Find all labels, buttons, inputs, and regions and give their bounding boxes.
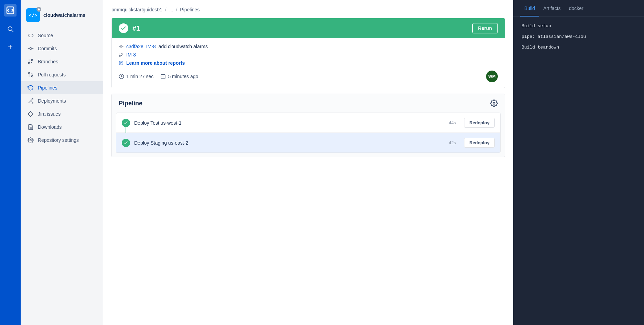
- svg-point-25: [122, 53, 123, 54]
- commit-icon: [119, 44, 124, 49]
- svg-point-13: [28, 72, 30, 74]
- sidebar-item-label: Source: [38, 33, 53, 38]
- pipeline-title: Pipeline: [119, 100, 142, 107]
- sidebar-item-jira-issues[interactable]: Jira issues: [21, 107, 103, 120]
- svg-point-36: [493, 102, 495, 104]
- branch-issue[interactable]: IM-8: [126, 52, 136, 57]
- sidebar-item-label: Downloads: [38, 124, 62, 130]
- step-item: Deploy Test us-west-1 44s Redeploy: [116, 113, 500, 133]
- lock-badge: [36, 7, 41, 12]
- rerun-button[interactable]: Rerun: [472, 23, 498, 33]
- clock-icon: [119, 74, 124, 79]
- log-line: pipe: atlassian/aws-clou: [522, 34, 636, 39]
- source-icon: [28, 32, 34, 39]
- step-duration: 42s: [449, 140, 456, 145]
- sidebar-item-deployments[interactable]: Deployments: [21, 94, 103, 107]
- svg-rect-5: [38, 9, 40, 10]
- commit-line: c3dfa2e IM-8 add cloudwatch alarms: [119, 44, 208, 49]
- pull-requests-icon: [28, 72, 34, 78]
- svg-point-11: [28, 62, 30, 64]
- duration-meta: 1 min 27 sec: [119, 74, 153, 79]
- step-duration: 44s: [449, 120, 456, 125]
- sidebar-item-source[interactable]: Source: [21, 29, 103, 42]
- deployments-icon: [28, 98, 34, 104]
- commit-info: c3dfa2e IM-8 add cloudwatch alarms IM-8: [119, 44, 498, 66]
- commit-hash[interactable]: c3dfa2e: [126, 44, 143, 49]
- sidebar-item-branches[interactable]: Branches: [21, 55, 103, 68]
- svg-point-1: [8, 27, 12, 31]
- create-icon[interactable]: [5, 41, 16, 52]
- svg-rect-32: [161, 75, 165, 79]
- repo-name: cloudwatchalarms: [43, 12, 85, 18]
- sidebar-item-pull-requests[interactable]: Pull requests: [21, 68, 103, 81]
- success-check-icon: [119, 23, 128, 33]
- branches-icon: [28, 59, 34, 65]
- sidebar-item-repository-settings[interactable]: Repository settings: [21, 134, 103, 147]
- branch-line: IM-8: [119, 52, 136, 57]
- step-success-icon: [122, 119, 130, 127]
- log-line: Build setup: [522, 23, 636, 29]
- tab-docker[interactable]: docker: [565, 0, 588, 17]
- tab-build[interactable]: Build: [520, 0, 539, 17]
- pipeline-run-number: #1: [132, 24, 140, 32]
- right-panel: Build Artifacts docker Build setup pipe:…: [513, 0, 644, 325]
- step-name: Deploy Test us-west-1: [134, 120, 445, 126]
- commit-message: add cloudwatch alarms: [159, 44, 208, 49]
- time-ago-meta: 5 minutes ago: [160, 74, 198, 79]
- app-logo[interactable]: [4, 4, 17, 17]
- breadcrumb-current: Pipelines: [180, 7, 200, 12]
- sidebar-item-commits[interactable]: Commits: [21, 42, 103, 55]
- repo-icon: </>: [26, 8, 40, 22]
- breadcrumb-ellipsis[interactable]: ...: [169, 7, 173, 12]
- pipeline-run-body: c3dfa2e IM-8 add cloudwatch alarms IM-8: [112, 38, 505, 88]
- svg-marker-17: [28, 112, 33, 117]
- sidebar-item-label: Commits: [38, 46, 57, 51]
- sidebar-item-downloads[interactable]: Downloads: [21, 120, 103, 134]
- pipeline-run-header: #1 Rerun: [112, 18, 505, 38]
- breadcrumb: pmmquickstartguides01 / ... / Pipelines: [103, 0, 513, 18]
- step-success-icon: [122, 139, 130, 147]
- tab-artifacts[interactable]: Artifacts: [539, 0, 565, 17]
- calendar-icon: [160, 74, 166, 79]
- svg-point-26: [119, 55, 121, 57]
- sidebar-item-label: Pipelines: [38, 85, 57, 91]
- sidebar-item-label: Branches: [38, 59, 58, 64]
- right-panel-log: Build setup pipe: atlassian/aws-clou Bui…: [513, 17, 644, 325]
- step-name: Deploy Staging us-east-2: [134, 140, 445, 146]
- downloads-icon: [28, 124, 34, 130]
- search-icon[interactable]: [5, 23, 16, 34]
- pipeline-run-card: #1 Rerun c3dfa2e IM-8 add cloudwatch ala…: [111, 18, 505, 88]
- nav-bar: [0, 0, 21, 325]
- sidebar-item-label: Repository settings: [38, 137, 79, 143]
- breadcrumb-repo[interactable]: pmmquickstartguides01: [111, 7, 162, 12]
- right-panel-tabs: Build Artifacts docker: [513, 0, 644, 17]
- commits-icon: [28, 45, 34, 52]
- sidebar-item-pipelines[interactable]: Pipelines: [21, 81, 103, 94]
- svg-line-2: [12, 30, 13, 32]
- sidebar-item-label: Pull requests: [38, 72, 66, 77]
- pipeline-card: Pipeline Deploy Test us-west-1 44s Redep…: [111, 94, 505, 157]
- sidebar-nav: Source Commits Branches: [21, 29, 103, 147]
- svg-point-21: [120, 46, 122, 48]
- svg-point-10: [31, 59, 33, 61]
- pipelines-icon: [28, 85, 34, 91]
- sidebar-item-label: Deployments: [38, 98, 66, 104]
- svg-point-20: [30, 139, 32, 141]
- pipeline-meta: 1 min 27 sec 5 minutes ago WM: [119, 71, 498, 82]
- reports-icon: [119, 61, 124, 65]
- settings-icon: [28, 137, 34, 143]
- redeploy-button[interactable]: Redeploy: [464, 118, 495, 128]
- learn-more-link[interactable]: Learn more about reports: [119, 60, 185, 66]
- pipeline-card-header: Pipeline: [112, 94, 505, 113]
- svg-point-6: [30, 48, 32, 50]
- svg-point-12: [31, 75, 33, 77]
- branch-icon: [119, 52, 124, 57]
- sidebar: </> cloudwatchalarms Source: [21, 0, 103, 325]
- repo-header: </> cloudwatchalarms: [21, 6, 103, 29]
- step-item: Deploy Staging us-east-2 42s Redeploy: [116, 133, 500, 153]
- sidebar-item-label: Jira issues: [38, 111, 61, 117]
- redeploy-button[interactable]: Redeploy: [464, 138, 495, 148]
- steps-list: Deploy Test us-west-1 44s Redeploy Deplo…: [116, 113, 501, 153]
- commit-issue[interactable]: IM-8: [146, 44, 156, 49]
- pipeline-settings-icon[interactable]: [490, 99, 498, 107]
